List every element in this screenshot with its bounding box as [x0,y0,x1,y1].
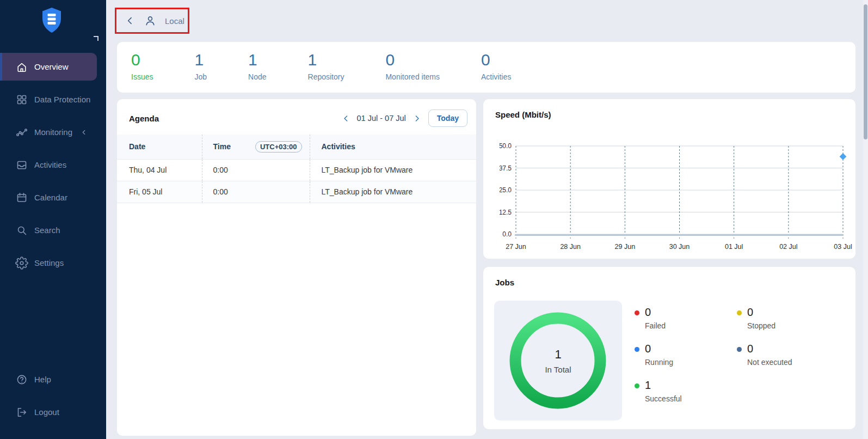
column-header-date: Date [117,135,202,159]
timezone-badge[interactable]: UTC+03:00 [255,141,302,153]
legend-item-running: 0Running [635,343,737,367]
sidebar-collapse-icon[interactable] [94,36,99,41]
back-button[interactable] [125,15,136,26]
sidebar-item-label: Help [34,375,51,384]
stat-label: Issues [131,72,153,81]
vertical-scrollbar [863,0,868,439]
stat-label: Node [248,72,266,81]
not-executed-dot-icon [737,347,742,352]
today-button[interactable]: Today [428,109,467,127]
sidebar-item-overview[interactable]: Overview [0,53,97,81]
grid-icon [15,93,28,106]
legend-label: Successful [645,394,682,403]
sidebar-item-activities[interactable]: Activities [0,151,106,179]
legend-item-failed: 0Failed [635,306,737,330]
legend-label: Failed [645,321,666,330]
svg-text:0.0: 0.0 [502,230,512,238]
scrollbar-thumb[interactable] [864,4,867,139]
sidebar-item-data-protection[interactable]: Data Protection [0,86,106,113]
agenda-table: Date Time UTC+03:00 Activities Thu, 04 J… [117,135,476,203]
sidebar-item-help[interactable]: Help [0,365,106,393]
stat-label: Activities [481,72,511,81]
sidebar-item-label: Activities [34,160,66,169]
chevron-left-icon[interactable] [80,129,88,136]
home-icon [15,60,28,74]
jobs-total-value: 1 [494,347,622,362]
sidebar-item-label: Calendar [34,193,67,202]
stat-node: 1Node [248,51,266,81]
jobs-total-label: In Total [494,365,622,374]
stat-value: 0 [131,51,153,69]
stat-monitored-items: 0Monitored items [385,51,440,81]
sidebar-item-calendar[interactable]: Calendar [0,184,106,211]
svg-text:28 Jun: 28 Jun [560,243,581,251]
svg-text:25.0: 25.0 [500,186,512,194]
sidebar-item-monitoring[interactable]: Monitoring [0,118,106,146]
stat-value: 1 [248,51,266,69]
column-header-activities: Activities [310,135,476,159]
agenda-row[interactable]: Thu, 04 Jul 0:00 LT_Backup job for VMwar… [117,159,476,181]
agenda-time-cell: 0:00 [202,181,310,203]
stat-value: 0 [385,51,440,69]
user-icon[interactable] [144,14,157,27]
legend-label: Running [645,358,673,367]
search-icon [15,224,28,237]
legend-label: Not executed [747,358,792,367]
stat-label: Job [194,72,207,81]
svg-text:50.0: 50.0 [500,142,512,150]
stat-value: 1 [308,51,344,69]
running-dot-icon [635,347,639,352]
speed-chart-title: Speed (Mbit/s) [495,110,855,119]
legend-item-successful: 1Successful [635,379,737,403]
legend-item-not-executed: 0Not executed [737,343,839,367]
sidebar-item-label: Data Protection [34,95,90,104]
jobs-donut-panel: 1 In Total [494,301,622,420]
stat-job: 1Job [194,51,207,81]
sidebar-item-search[interactable]: Search [0,216,106,244]
svg-text:27 Jun: 27 Jun [506,243,526,251]
tenant-name-label[interactable]: Local [165,16,184,26]
agenda-activity-cell: LT_Backup job for VMware [310,159,476,181]
agenda-date-nav: 01 Jul - 07 Jul Today [341,109,467,127]
legend-label: Stopped [747,321,775,330]
gear-icon [15,257,28,270]
stat-activities: 0Activities [481,51,511,81]
calendar-icon [15,191,28,204]
svg-text:12.5: 12.5 [500,209,512,216]
jobs-title: Jobs [495,278,855,287]
stopped-dot-icon [737,310,742,315]
sidebar-item-logout[interactable]: Logout [0,398,106,426]
legend-count: 0 [645,343,673,355]
agenda-time-cell: 0:00 [202,159,310,181]
logout-icon [15,406,28,419]
help-icon [15,373,28,386]
agenda-header-row: Date Time UTC+03:00 Activities [117,135,476,159]
svg-text:02 Jul: 02 Jul [779,243,797,251]
previous-week-button[interactable] [341,114,350,123]
legend-item-stopped: 0Stopped [737,306,839,330]
column-header-time: Time UTC+03:00 [202,135,310,159]
next-week-button[interactable] [413,114,422,123]
annotation-highlight-box: Local [115,8,189,34]
stat-label: Monitored items [385,72,440,81]
stat-issues: 0Issues [131,51,153,81]
sidebar: Overview Data Protection Monitoring Acti… [0,0,106,439]
stat-repository: 1Repository [308,51,344,81]
svg-text:37.5: 37.5 [500,164,512,172]
agenda-row[interactable]: Fri, 05 Jul 0:00 LT_Backup job for VMwar… [117,181,476,203]
stat-label: Repository [308,72,344,81]
successful-dot-icon [635,383,639,388]
sidebar-nav: Overview Data Protection Monitoring Acti… [0,53,106,282]
jobs-card: Jobs 1 In Total 0Failed [483,267,855,429]
jobs-total: 1 In Total [494,347,622,374]
agenda-card: Agenda 01 Jul - 07 Jul Today Date [117,99,476,436]
sidebar-item-label: Search [34,225,60,235]
agenda-date-cell: Fri, 05 Jul [117,181,202,203]
monitoring-chart-icon [15,126,28,139]
main-content: Local 0Issues1Job1Node1Repository0Monito… [106,0,868,439]
svg-text:03 Jul: 03 Jul [834,243,852,251]
legend-count: 1 [645,379,682,392]
speed-chart-card: Speed (Mbit/s) 50.037.525.012.50.027 Jun… [483,99,855,259]
agenda-title: Agenda [129,114,159,123]
sidebar-item-settings[interactable]: Settings [0,249,106,277]
